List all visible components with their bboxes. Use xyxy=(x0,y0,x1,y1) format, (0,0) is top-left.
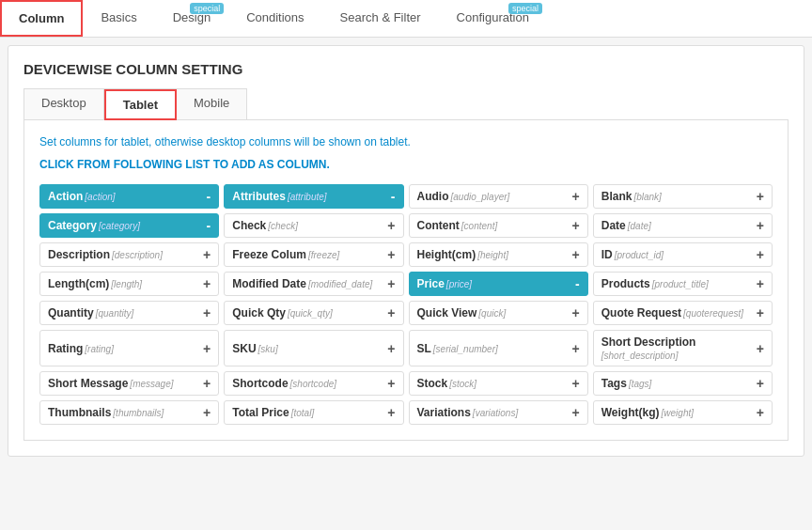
column-slug: [check] xyxy=(268,221,298,231)
info-text: Set columns for tablet, otherwise deskto… xyxy=(39,135,773,148)
column-item-product_title[interactable]: Products[product_title]+ xyxy=(593,272,773,296)
remove-column-btn[interactable]: - xyxy=(575,277,580,290)
add-column-btn[interactable]: + xyxy=(203,248,211,261)
add-column-btn[interactable]: + xyxy=(572,342,580,355)
column-name: Attributes xyxy=(232,190,286,203)
column-item-quick_qty[interactable]: Quick Qty[quick_qty]+ xyxy=(224,301,403,325)
add-column-btn[interactable]: + xyxy=(387,248,395,261)
column-item-sku[interactable]: SKU[sku]+ xyxy=(224,330,403,366)
add-column-btn[interactable]: + xyxy=(757,306,764,320)
top-tab-design[interactable]: Designspecial xyxy=(155,0,228,37)
column-item-variations[interactable]: Variations[variations]+ xyxy=(409,400,588,425)
add-column-btn[interactable]: + xyxy=(757,248,764,261)
column-item-quantity[interactable]: Quantity[quantity]+ xyxy=(39,301,219,325)
add-column-btn[interactable]: + xyxy=(203,277,211,290)
column-slug: [content] xyxy=(461,221,497,231)
column-name: Quote Request xyxy=(601,306,681,320)
content-area: DEVICEWISE COLUMN SETTING DesktopTabletM… xyxy=(8,45,804,457)
column-item-date[interactable]: Date[date]+ xyxy=(593,213,773,238)
add-column-btn[interactable]: + xyxy=(387,377,395,390)
column-slug: [attribute] xyxy=(288,192,327,202)
column-name: Action xyxy=(48,190,83,203)
column-slug: [freeze] xyxy=(308,250,339,260)
column-item-attribute[interactable]: Attributes[attribute]- xyxy=(224,184,403,209)
add-column-btn[interactable]: + xyxy=(203,377,211,390)
column-item-check[interactable]: Check[check]+ xyxy=(224,213,403,238)
add-column-btn[interactable]: + xyxy=(757,342,764,355)
column-item-thumbnails[interactable]: Thumbnails[thumbnails]+ xyxy=(39,400,219,425)
column-item-freeze[interactable]: Freeze Colum[freeze]+ xyxy=(224,242,403,267)
column-item-product_id[interactable]: ID[product_id]+ xyxy=(593,242,773,267)
device-tab-desktop[interactable]: Desktop xyxy=(24,89,104,119)
add-column-btn[interactable]: + xyxy=(572,377,580,390)
column-name: Audio xyxy=(417,190,449,203)
column-name: Price xyxy=(417,277,445,290)
add-column-btn[interactable]: + xyxy=(757,277,764,290)
top-tab-basics[interactable]: Basics xyxy=(83,0,154,37)
column-item-blank[interactable]: Blank[blank]+ xyxy=(593,184,773,209)
add-column-btn[interactable]: + xyxy=(387,306,395,320)
top-tab-conditions[interactable]: Conditions xyxy=(228,0,321,37)
add-column-btn[interactable]: + xyxy=(757,406,764,419)
click-instruction: CLICK FROM FOLLOWING LIST TO ADD AS COLU… xyxy=(39,158,773,171)
add-column-btn[interactable]: + xyxy=(387,342,395,355)
column-item-price[interactable]: Price[price]- xyxy=(409,272,588,296)
column-item-stock[interactable]: Stock[stock]+ xyxy=(409,371,588,396)
add-column-btn[interactable]: + xyxy=(572,190,580,203)
column-slug: [description] xyxy=(112,250,163,260)
add-column-btn[interactable]: + xyxy=(572,306,580,320)
column-name: Short Description xyxy=(601,335,696,349)
column-item-serial_number[interactable]: SL[serial_number]+ xyxy=(409,330,588,366)
add-column-btn[interactable]: + xyxy=(572,248,580,261)
top-tab-search-&-filter[interactable]: Search & Filter xyxy=(322,0,439,37)
column-item-tags[interactable]: Tags[tags]+ xyxy=(593,371,773,396)
top-tab-column[interactable]: Column xyxy=(0,0,83,37)
add-column-btn[interactable]: + xyxy=(757,190,764,203)
remove-column-btn[interactable]: - xyxy=(207,219,211,232)
column-item-height[interactable]: Height(cm)[height]+ xyxy=(409,242,588,267)
add-column-btn[interactable]: + xyxy=(387,406,395,419)
column-item-shortcode[interactable]: Shortcode[shortcode]+ xyxy=(224,371,403,396)
add-column-btn[interactable]: + xyxy=(203,342,211,355)
column-slug: [rating] xyxy=(85,344,114,354)
column-item-weight[interactable]: Weight(kg)[weight]+ xyxy=(593,400,773,425)
top-tab-configuration[interactable]: Configurationspecial xyxy=(439,0,547,37)
column-item-rating[interactable]: Rating[rating]+ xyxy=(39,330,219,366)
add-column-btn[interactable]: + xyxy=(572,219,580,232)
column-slug: [quoterequest] xyxy=(683,308,743,319)
column-item-quoterequest[interactable]: Quote Request[quoterequest]+ xyxy=(593,301,773,325)
remove-column-btn[interactable]: - xyxy=(207,190,211,203)
add-column-btn[interactable]: + xyxy=(572,406,580,419)
column-item-total[interactable]: Total Price[total]+ xyxy=(224,400,403,425)
column-name: Check xyxy=(232,219,266,232)
column-item-action[interactable]: Action[action]- xyxy=(39,184,219,209)
column-slug: [thumbnails] xyxy=(113,408,164,418)
add-column-btn[interactable]: + xyxy=(757,219,764,232)
column-name: Freeze Colum xyxy=(232,248,306,261)
column-slug: [quick_qty] xyxy=(288,308,333,319)
column-item-audio_player[interactable]: Audio[audio_player]+ xyxy=(409,184,588,209)
add-column-btn[interactable]: + xyxy=(757,377,764,390)
remove-column-btn[interactable]: - xyxy=(391,190,396,203)
column-name: Date xyxy=(601,219,626,232)
column-name: SKU xyxy=(232,342,256,355)
column-slug: [tags] xyxy=(629,379,651,389)
column-item-short_description[interactable]: Short Description[short_description]+ xyxy=(593,330,773,366)
add-column-btn[interactable]: + xyxy=(387,277,395,290)
column-name: Length(cm) xyxy=(48,277,109,290)
add-column-btn[interactable]: + xyxy=(203,306,211,320)
column-item-quick[interactable]: Quick View[quick]+ xyxy=(409,301,588,325)
column-item-message[interactable]: Short Message[message]+ xyxy=(39,371,219,396)
column-item-length[interactable]: Length(cm)[length]+ xyxy=(39,272,219,296)
device-tab-mobile[interactable]: Mobile xyxy=(177,89,246,119)
device-tab-tablet[interactable]: Tablet xyxy=(104,89,177,120)
column-item-description[interactable]: Description[description]+ xyxy=(39,242,219,267)
column-item-content[interactable]: Content[content]+ xyxy=(409,213,588,238)
add-column-btn[interactable]: + xyxy=(203,406,211,419)
device-tabs: DesktopTabletMobile xyxy=(23,88,247,119)
column-item-category[interactable]: Category[category]- xyxy=(39,213,219,238)
column-item-modified_date[interactable]: Modified Date[modified_date]+ xyxy=(224,272,403,296)
column-slug: [short_description] xyxy=(601,351,679,361)
add-column-btn[interactable]: + xyxy=(387,219,395,232)
column-slug: [variations] xyxy=(473,408,518,418)
